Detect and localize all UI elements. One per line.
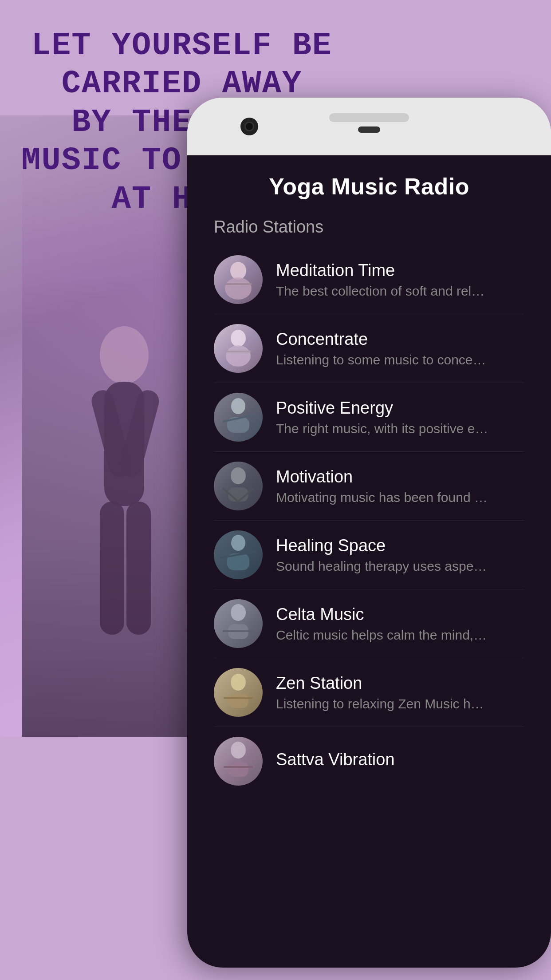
station-info-zen: Zen Station Listening to relaxing Zen Mu… <box>276 674 524 711</box>
station-item-meditation[interactable]: Meditation Time The best collection of s… <box>187 245 551 314</box>
station-avatar-healing <box>214 530 263 579</box>
svg-rect-29 <box>228 762 248 777</box>
phone-top-bar <box>187 98 551 155</box>
svg-point-0 <box>100 326 149 384</box>
section-header: Radio Stations <box>187 209 551 241</box>
svg-point-6 <box>230 262 246 280</box>
svg-rect-4 <box>100 502 124 635</box>
station-name-meditation: Meditation Time <box>276 261 524 280</box>
station-item-zen[interactable]: Zen Station Listening to relaxing Zen Mu… <box>187 658 551 727</box>
phone-front-camera <box>358 126 380 133</box>
station-item-healing[interactable]: Healing Space Sound healing therapy uses… <box>187 521 551 589</box>
station-name-motivation: Motivation <box>276 467 524 486</box>
phone-speaker <box>329 113 409 122</box>
station-item-concentrate[interactable]: Concentrate Listening to some music to c… <box>187 314 551 383</box>
station-avatar-zen <box>214 668 263 717</box>
app-header: Yoga Music Radio <box>187 155 551 209</box>
station-info-meditation: Meditation Time The best collection of s… <box>276 261 524 299</box>
station-name-zen: Zen Station <box>276 674 524 693</box>
svg-point-9 <box>231 330 246 347</box>
station-avatar-celta <box>214 599 263 648</box>
station-desc-concentrate: Listening to some music to concentrate .… <box>276 352 489 368</box>
station-info-concentrate: Concentrate Listening to some music to c… <box>276 330 524 368</box>
station-name-positive: Positive Energy <box>276 399 524 418</box>
station-avatar-sattva <box>214 737 263 786</box>
station-desc-motivation: Motivating music has been found to ha... <box>276 490 489 505</box>
svg-point-15 <box>231 467 246 484</box>
svg-rect-26 <box>228 694 248 708</box>
station-avatar-motivation <box>214 462 263 510</box>
phone-camera-lens <box>244 122 254 131</box>
radio-stations-label: Radio Stations <box>214 217 524 237</box>
station-name-sattva: Sattva Vibration <box>276 750 524 769</box>
svg-point-25 <box>231 674 246 691</box>
station-desc-meditation: The best collection of soft and relaxing… <box>276 284 489 299</box>
station-avatar-positive <box>214 393 263 442</box>
station-info-positive: Positive Energy The right music, with it… <box>276 399 524 436</box>
station-desc-celta: Celtic music helps calm the mind, balan.… <box>276 628 489 643</box>
phone-screen: Yoga Music Radio Radio Stations Meditati… <box>187 155 551 968</box>
svg-point-22 <box>231 604 246 621</box>
station-item-positive[interactable]: Positive Energy The right music, with it… <box>187 383 551 451</box>
station-name-concentrate: Concentrate <box>276 330 524 349</box>
station-avatar-concentrate <box>214 324 263 373</box>
app-title: Yoga Music Radio <box>214 173 524 200</box>
phone-device: Yoga Music Radio Radio Stations Meditati… <box>187 98 551 968</box>
station-info-sattva: Sattva Vibration <box>276 750 524 773</box>
station-name-celta: Celta Music <box>276 605 524 624</box>
station-desc-positive: The right music, with its positive energ… <box>276 421 489 436</box>
station-desc-healing: Sound healing therapy uses aspects of ..… <box>276 559 489 574</box>
phone-camera <box>240 118 258 135</box>
station-info-celta: Celta Music Celtic music helps calm the … <box>276 605 524 643</box>
svg-rect-5 <box>126 502 151 635</box>
svg-point-28 <box>231 742 246 759</box>
station-info-motivation: Motivation Motivating music has been fou… <box>276 467 524 505</box>
station-name-healing: Healing Space <box>276 536 524 555</box>
station-item-sattva[interactable]: Sattva Vibration <box>187 727 551 795</box>
station-avatar-meditation <box>214 255 263 304</box>
svg-point-10 <box>226 345 251 367</box>
station-item-celta[interactable]: Celta Music Celtic music helps calm the … <box>187 589 551 658</box>
station-desc-zen: Listening to relaxing Zen Music has bec.… <box>276 696 489 711</box>
station-list: Meditation Time The best collection of s… <box>187 241 551 968</box>
svg-point-19 <box>231 535 245 551</box>
svg-point-7 <box>225 277 252 300</box>
station-item-motivation[interactable]: Motivation Motivating music has been fou… <box>187 452 551 520</box>
svg-point-12 <box>231 398 245 414</box>
station-info-healing: Healing Space Sound healing therapy uses… <box>276 536 524 574</box>
